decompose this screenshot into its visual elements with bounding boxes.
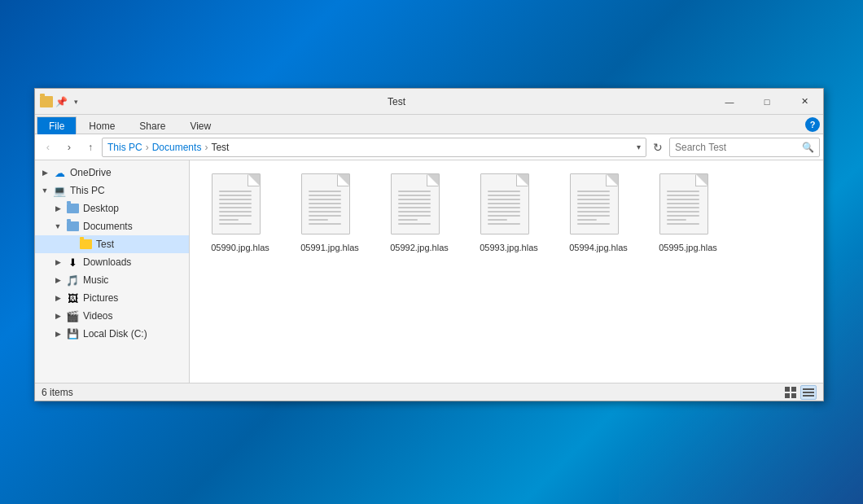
tab-home[interactable]: Home bbox=[77, 116, 127, 134]
item-count: 6 items bbox=[42, 387, 73, 398]
sep1: › bbox=[146, 142, 149, 153]
pictures-folder-icon: 🖼 bbox=[66, 291, 79, 305]
breadcrumb: This PC › Documents › Test bbox=[107, 142, 229, 153]
sidebar-item-this-pc[interactable]: ▼ 💻 This PC bbox=[35, 182, 189, 199]
sidebar-item-desktop[interactable]: ▶ Desktop bbox=[35, 199, 189, 217]
dropdown-arrow-icon: ▾ bbox=[69, 95, 82, 108]
content-area: 05990.jpg.hlas05991.jpg.hlas05992.jpg.hl… bbox=[190, 160, 823, 383]
up-button[interactable]: ↑ bbox=[81, 138, 100, 157]
main-area: ▶ ☁ OneDrive ▼ 💻 This PC ▶ Des bbox=[35, 160, 823, 383]
sidebar-item-documents[interactable]: ▼ Documents bbox=[35, 217, 189, 235]
view-icon-button[interactable] bbox=[800, 385, 817, 400]
file-icon bbox=[212, 173, 269, 239]
file-item[interactable]: 05995.jpg.hlas bbox=[647, 170, 729, 256]
file-item[interactable]: 05991.jpg.hlas bbox=[289, 170, 370, 256]
sidebar-label-videos: Videos bbox=[83, 310, 112, 322]
view-controls bbox=[782, 385, 817, 400]
svg-rect-5 bbox=[803, 392, 814, 393]
sidebar-label-downloads: Downloads bbox=[83, 256, 131, 268]
address-dropdown-button[interactable]: ▾ bbox=[637, 142, 641, 151]
expand-documents[interactable]: ▼ bbox=[51, 217, 64, 235]
sidebar: ▶ ☁ OneDrive ▼ 💻 This PC ▶ Des bbox=[35, 160, 190, 383]
file-shape bbox=[212, 173, 261, 234]
videos-folder-icon: 🎬 bbox=[66, 309, 79, 322]
file-name: 05994.jpg.hlas bbox=[569, 242, 628, 253]
file-icon bbox=[301, 173, 358, 239]
file-shape bbox=[391, 173, 440, 234]
file-shape bbox=[301, 173, 350, 234]
cloud-icon: ☁ bbox=[53, 166, 66, 179]
file-item[interactable]: 05992.jpg.hlas bbox=[379, 170, 460, 256]
expand-videos[interactable]: ▶ bbox=[51, 307, 64, 325]
svg-rect-3 bbox=[791, 393, 796, 398]
pin-icon: 📌 bbox=[55, 95, 68, 108]
expand-pictures[interactable]: ▶ bbox=[51, 289, 64, 307]
titlebar-icons: 📌 ▾ bbox=[35, 95, 82, 108]
file-shape bbox=[570, 173, 619, 234]
view-list-button[interactable] bbox=[782, 385, 799, 400]
sidebar-label-local-disk: Local Disk (C:) bbox=[83, 328, 147, 340]
search-bar: 🔍 bbox=[669, 138, 820, 157]
minimize-button[interactable]: — bbox=[711, 89, 748, 115]
breadcrumb-documents: Documents bbox=[152, 142, 202, 153]
expand-music[interactable]: ▶ bbox=[51, 271, 64, 289]
desktop-folder-icon bbox=[66, 202, 79, 215]
sidebar-label-pictures: Pictures bbox=[83, 292, 118, 304]
sidebar-item-videos[interactable]: ▶ 🎬 Videos bbox=[35, 307, 189, 325]
breadcrumb-pc: This PC bbox=[107, 142, 142, 153]
search-input[interactable] bbox=[675, 142, 799, 153]
sidebar-label-this-pc: This PC bbox=[70, 185, 105, 196]
sidebar-item-local-disk[interactable]: ▶ 💾 Local Disk (C:) bbox=[35, 325, 189, 343]
file-shape bbox=[659, 173, 708, 234]
file-shape bbox=[480, 173, 529, 234]
tab-share[interactable]: Share bbox=[127, 116, 177, 134]
svg-rect-1 bbox=[791, 387, 796, 392]
back-button[interactable]: ‹ bbox=[38, 138, 58, 157]
tab-view[interactable]: View bbox=[177, 116, 223, 134]
ribbon-tabs: File Home Share View ? bbox=[35, 115, 823, 134]
sidebar-item-onedrive[interactable]: ▶ ☁ OneDrive bbox=[35, 164, 189, 182]
file-item[interactable]: 05990.jpg.hlas bbox=[199, 170, 281, 256]
breadcrumb-test: Test bbox=[211, 142, 229, 153]
file-name: 05993.jpg.hlas bbox=[480, 242, 538, 253]
forward-button[interactable]: › bbox=[59, 138, 79, 157]
file-name: 05995.jpg.hlas bbox=[659, 242, 717, 253]
file-icon bbox=[570, 173, 627, 239]
sidebar-label-test: Test bbox=[96, 239, 114, 250]
svg-rect-6 bbox=[803, 395, 814, 397]
tab-file[interactable]: File bbox=[37, 116, 77, 134]
file-explorer-window: 📌 ▾ Test — □ ✕ File Home Share View ? bbox=[34, 88, 824, 401]
address-bar[interactable]: This PC › Documents › Test ▾ bbox=[102, 138, 646, 157]
file-icon bbox=[391, 173, 448, 239]
sidebar-label-music: Music bbox=[83, 274, 108, 286]
window-controls: — □ ✕ bbox=[711, 89, 823, 115]
titlebar: 📌 ▾ Test — □ ✕ bbox=[35, 89, 823, 115]
sidebar-item-test[interactable]: Test bbox=[35, 235, 189, 253]
search-icon: 🔍 bbox=[802, 142, 814, 153]
expand-test[interactable] bbox=[64, 235, 77, 253]
statusbar: 6 items bbox=[35, 383, 823, 401]
file-name: 05990.jpg.hlas bbox=[211, 242, 269, 253]
sidebar-label-onedrive: OneDrive bbox=[70, 167, 112, 178]
close-button[interactable]: ✕ bbox=[786, 89, 823, 115]
help-button[interactable]: ? bbox=[805, 117, 820, 132]
drive-icon: 💾 bbox=[66, 327, 79, 340]
expand-onedrive[interactable]: ▶ bbox=[38, 164, 51, 182]
svg-rect-0 bbox=[785, 387, 790, 392]
expand-desktop[interactable]: ▶ bbox=[51, 199, 64, 217]
expand-local-disk[interactable]: ▶ bbox=[51, 325, 64, 343]
sidebar-item-downloads[interactable]: ▶ ⬇ Downloads bbox=[35, 253, 189, 271]
file-icon bbox=[659, 173, 716, 239]
file-item[interactable]: 05993.jpg.hlas bbox=[468, 170, 550, 256]
sidebar-item-music[interactable]: ▶ 🎵 Music bbox=[35, 271, 189, 289]
file-item[interactable]: 05994.jpg.hlas bbox=[558, 170, 639, 256]
files-grid: 05990.jpg.hlas05991.jpg.hlas05992.jpg.hl… bbox=[190, 160, 823, 383]
sidebar-item-pictures[interactable]: ▶ 🖼 Pictures bbox=[35, 289, 189, 307]
maximize-button[interactable]: □ bbox=[748, 89, 786, 115]
pc-icon: 💻 bbox=[53, 184, 66, 197]
sidebar-label-documents: Documents bbox=[83, 221, 133, 232]
file-name: 05991.jpg.hlas bbox=[300, 242, 359, 253]
expand-this-pc[interactable]: ▼ bbox=[38, 182, 51, 199]
refresh-button[interactable]: ↻ bbox=[648, 138, 668, 157]
expand-downloads[interactable]: ▶ bbox=[51, 253, 64, 271]
